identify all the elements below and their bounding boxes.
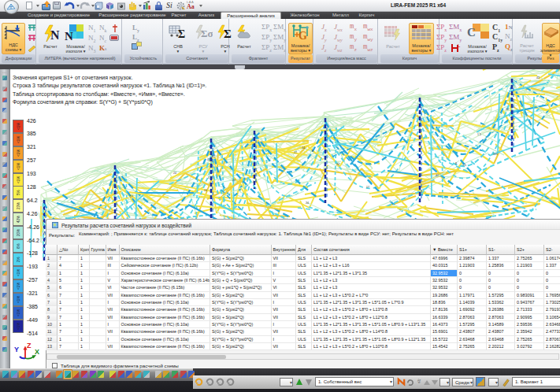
svg-text:24: 24 (232, 179, 235, 182)
svg-text:8: 8 (455, 162, 457, 165)
svg-text:L: L (458, 43, 461, 48)
svg-text:24: 24 (173, 172, 176, 175)
svg-text:17: 17 (294, 151, 297, 154)
svg-text:Z: Z (27, 342, 32, 349)
svg-text:17: 17 (130, 195, 133, 198)
svg-text:24: 24 (204, 189, 207, 192)
svg-text:G: G (299, 30, 307, 41)
svg-text:42: 42 (436, 174, 439, 177)
svg-text:113: 113 (493, 153, 498, 156)
svg-text:42: 42 (207, 158, 210, 161)
svg-text:42: 42 (212, 155, 215, 158)
svg-text:1.5: 1.5 (208, 176, 212, 179)
svg-text:N: N (65, 30, 73, 43)
svg-text:Σσ: Σσ (201, 28, 213, 39)
svg-text:42: 42 (506, 108, 509, 111)
svg-text:24: 24 (336, 163, 339, 166)
svg-text:Σ: Σ (224, 28, 232, 40)
svg-text:24: 24 (302, 146, 305, 150)
svg-text:N: N (50, 28, 60, 42)
svg-text:X: X (35, 348, 39, 356)
svg-text:1.5: 1.5 (462, 164, 466, 167)
svg-text:24: 24 (306, 202, 309, 205)
svg-text:8: 8 (312, 150, 313, 153)
svg-text:42: 42 (536, 76, 540, 80)
svg-text:1.5: 1.5 (253, 180, 257, 183)
svg-text:Y: Y (14, 346, 19, 353)
svg-text:17: 17 (366, 186, 369, 189)
svg-text:1.5: 1.5 (477, 133, 481, 136)
svg-text:Σ: Σ (178, 28, 185, 40)
